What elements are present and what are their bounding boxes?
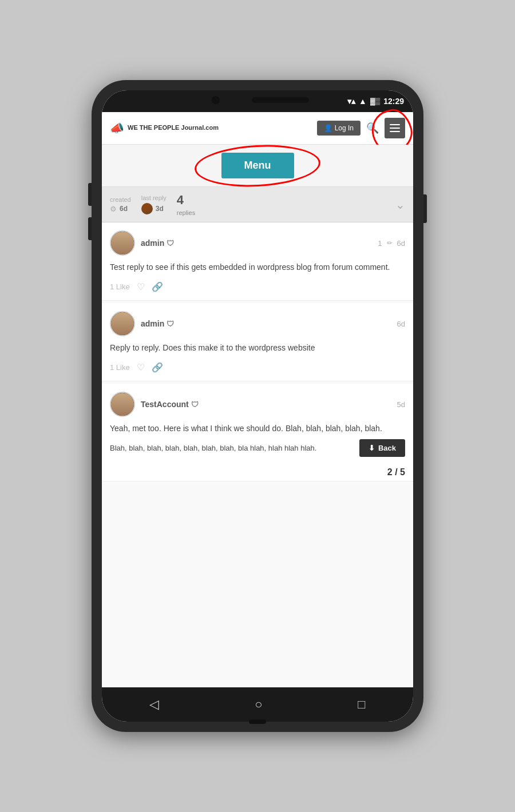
post-2-body: Reply to reply. Does this make it to the… — [110, 342, 405, 354]
last-reply-label: last reply — [141, 194, 167, 201]
post-2-actions: 1 Like ♡ 🔗 — [110, 362, 405, 373]
signal-icon: ▲ — [359, 97, 367, 106]
home-nav-button[interactable]: ○ — [243, 692, 274, 717]
menu-bar-2 — [390, 128, 400, 129]
site-logo: 📣 WE THE PEOPLE Journal.com — [110, 121, 219, 135]
post-2-time: 6d — [397, 320, 405, 328]
post-3-body-cont: Blah, blah, blah, blah, blah, blah, blah… — [110, 443, 359, 454]
post-1-author: admin 🛡 — [110, 230, 174, 256]
replies-count: 4 — [177, 193, 184, 208]
last-reply-avatar — [141, 203, 153, 214]
megaphone-icon: 📣 — [110, 121, 124, 135]
bottom-nav-bar: ◁ ○ □ — [102, 687, 413, 722]
wifi-icon: ▾▴ — [347, 97, 355, 106]
front-camera — [212, 96, 220, 104]
post-3: TestAccount 🛡 5d Yeah, met too. Here is … — [102, 384, 413, 481]
post-1-shield-icon: 🛡 — [167, 239, 174, 248]
post-1-meta-right: 1 ✏ 6d — [378, 239, 405, 248]
last-reply-row: 3d — [141, 203, 164, 214]
menu-bar-3 — [390, 131, 400, 132]
replies-meta: 4 replies — [177, 193, 195, 216]
post-1-body: Test reply to see if this gets embedded … — [110, 261, 405, 273]
post-2-like-count: 1 Like — [110, 363, 130, 372]
user-icon: 👤 — [324, 124, 332, 132]
search-button[interactable]: 🔍 — [364, 120, 381, 137]
post-3-avatar-face — [111, 393, 134, 416]
gear-icon: ⚙ — [110, 205, 117, 213]
page-indicator: 2 / 5 — [387, 467, 405, 477]
created-meta: created ⚙ 6d — [110, 196, 131, 213]
back-label: Back — [378, 444, 396, 452]
post-2-author: admin 🛡 — [110, 311, 174, 336]
menu-button[interactable]: Menu — [221, 153, 294, 178]
post-1-author-name: admin 🛡 — [141, 238, 174, 248]
site-header: 📣 WE THE PEOPLE Journal.com 👤 Log In 🔍 — [102, 112, 413, 145]
post-2-header: admin 🛡 6d — [110, 311, 405, 336]
post-2-author-name: admin 🛡 — [141, 319, 174, 328]
post-1-avatar — [110, 230, 135, 256]
post-1-actions: 1 Like ♡ 🔗 — [110, 281, 405, 292]
post-2-heart-icon[interactable]: ♡ — [137, 362, 145, 373]
volume-down-button — [88, 217, 92, 240]
phone-screen: ▾▴ ▲ ▓▒ 12:29 📣 WE THE PEOPLE Journal.co… — [102, 90, 413, 722]
post-2-meta-right: 6d — [397, 320, 405, 328]
back-button[interactable]: ⬇ Back — [359, 439, 405, 457]
post-1-link-icon[interactable]: 🔗 — [152, 281, 163, 292]
back-nav-button[interactable]: ◁ — [138, 692, 171, 717]
post-1-heart-icon[interactable]: ♡ — [137, 281, 145, 292]
hamburger-menu-button[interactable] — [385, 118, 405, 138]
post-3-author-name: TestAccount 🛡 — [141, 400, 199, 409]
post-3-body: Yeah, met too. Here is what I think we s… — [110, 423, 405, 457]
login-button[interactable]: 👤 Log In — [317, 121, 360, 136]
created-label: created — [110, 196, 131, 203]
back-arrow-icon: ⬇ — [369, 444, 375, 452]
post-1-edit-icon: ✏ — [387, 239, 393, 247]
site-name: WE THE PEOPLE Journal.com — [128, 124, 219, 132]
phone-device: ▾▴ ▲ ▓▒ 12:29 📣 WE THE PEOPLE Journal.co… — [92, 80, 423, 732]
header-actions: 👤 Log In 🔍 — [317, 118, 405, 138]
post-3-header: TestAccount 🛡 5d — [110, 392, 405, 417]
recents-nav-button[interactable]: □ — [346, 692, 377, 717]
battery-icon: ▓▒ — [370, 97, 380, 105]
post-1-time: 6d — [397, 239, 405, 248]
status-icons: ▾▴ ▲ ▓▒ 12:29 — [347, 97, 404, 106]
post-3-avatar — [110, 392, 135, 417]
post-2-avatar — [110, 311, 135, 336]
post-1-edit-num: 1 — [378, 239, 382, 248]
post-2-shield-icon: 🛡 — [167, 320, 174, 328]
post-3-shield-icon: 🛡 — [191, 400, 199, 409]
power-button — [423, 194, 427, 223]
login-label: Log In — [335, 124, 354, 132]
menu-bar-1 — [390, 124, 400, 125]
last-reply-avatar-img — [141, 203, 153, 214]
speaker — [252, 97, 309, 103]
post-1-header: admin 🛡 1 ✏ 6d — [110, 230, 405, 256]
post-1: admin 🛡 1 ✏ 6d Test reply to see if this… — [102, 222, 413, 301]
replies-label: replies — [177, 209, 195, 216]
post-3-time: 5d — [397, 400, 405, 409]
clock: 12:29 — [383, 97, 404, 106]
page-separator: / — [395, 467, 400, 477]
post-2-avatar-face — [111, 312, 134, 335]
charging-port — [249, 719, 266, 724]
post-3-meta-right: 5d — [397, 400, 405, 409]
last-reply-time: 3d — [156, 205, 164, 213]
thread-meta-left: created ⚙ 6d last reply 3d — [110, 193, 195, 216]
created-time: 6d — [120, 205, 128, 213]
menu-section: Menu — [102, 145, 413, 187]
last-reply-meta: last reply 3d — [141, 194, 167, 214]
post-3-author: TestAccount 🛡 — [110, 392, 199, 417]
chevron-down-icon[interactable]: ⌄ — [395, 198, 405, 212]
post-2-link-icon[interactable]: 🔗 — [152, 362, 163, 373]
post-1-like-count: 1 Like — [110, 282, 130, 291]
volume-up-button — [88, 183, 92, 206]
thread-meta-bar: created ⚙ 6d last reply 3d — [102, 187, 413, 222]
post-2: admin 🛡 6d Reply to reply. Does this mak… — [102, 303, 413, 381]
post-1-avatar-face — [111, 232, 134, 254]
forum-content: created ⚙ 6d last reply 3d — [102, 187, 413, 687]
search-icon: 🔍 — [366, 122, 379, 134]
created-row: ⚙ 6d — [110, 205, 128, 213]
